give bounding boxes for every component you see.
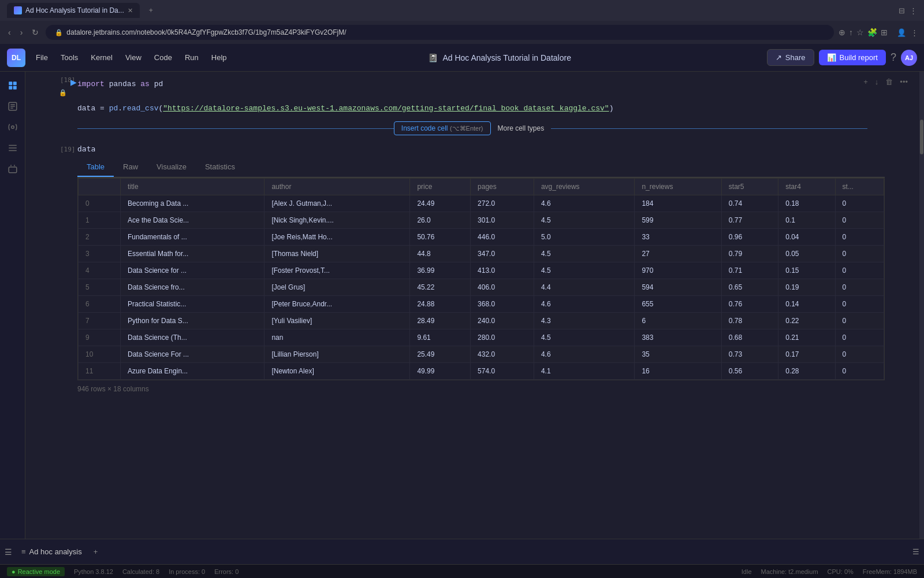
notebook-area: [18] ▶ + ↓ 🗑 ••• import pandas as pd dat…	[25, 72, 919, 539]
chrome-menu[interactable]: ⋮	[910, 6, 917, 15]
cell: [Joe Reis,Matt Ho...	[264, 229, 410, 246]
bottom-menu-icon[interactable]: ☰	[5, 547, 12, 557]
sidebar-icon-layers[interactable]	[3, 76, 22, 95]
browser-chrome: Ad Hoc Analysis Tutorial in Da... ✕ + ⊟ …	[0, 0, 924, 21]
bottom-tab-adhoc[interactable]: ≡ Ad hoc analysis	[14, 544, 89, 560]
python-version: Python 3.8.12	[74, 568, 113, 575]
help-button[interactable]: ?	[891, 51, 896, 64]
in-process-count: In process: 0	[169, 568, 205, 575]
sidebar-toggle-icon[interactable]: ⊞	[881, 28, 888, 37]
cell: 0.22	[778, 313, 835, 329]
menu-code[interactable]: Code	[148, 50, 178, 65]
cell: 0	[835, 212, 884, 229]
row-index: 7	[79, 313, 121, 329]
active-tab[interactable]: Ad Hoc Analysis Tutorial in Da... ✕	[7, 3, 140, 18]
col-index	[79, 179, 121, 195]
bottom-bar: ☰ ≡ Ad hoc analysis + ☰	[0, 539, 924, 564]
cell: Ace the Data Scie...	[121, 212, 264, 229]
table-row: 0Becoming a Data ...[Alex J. Gutman,J...…	[79, 195, 884, 212]
cell: 0	[835, 329, 884, 346]
build-report-button[interactable]: 📊 Build report	[819, 50, 886, 65]
tab-raw[interactable]: Raw	[114, 158, 147, 177]
tab-title: Ad Hoc Analysis Tutorial in Da...	[25, 6, 124, 14]
row-index: 11	[79, 363, 121, 380]
cell: 4.6	[534, 195, 635, 212]
profile-icon[interactable]: 👤	[897, 28, 906, 37]
cell: 413.0	[471, 262, 534, 279]
sidebar-icon-plugin[interactable]	[3, 118, 22, 136]
cell: 25.49	[410, 346, 471, 363]
insert-below-icon[interactable]: ↓	[873, 76, 881, 87]
sidebar-icon-variable[interactable]	[3, 160, 22, 178]
sidebar-icon-list[interactable]	[3, 139, 22, 157]
chrome-minimize[interactable]: ⊟	[899, 6, 905, 15]
free-mem: FreeMem: 1894MB	[863, 568, 917, 575]
data-table-container: title author price pages avg_reviews n_r…	[77, 177, 885, 380]
app-header: DL File Tools Kernel View Code Run Help …	[0, 44, 924, 72]
cell-lock-icon: 🔒	[59, 89, 67, 97]
svg-rect-2	[9, 86, 12, 90]
more-cell-types-button[interactable]: More cell types	[491, 122, 552, 135]
cell: 0.76	[721, 296, 778, 313]
zoom-icon[interactable]: ⊕	[839, 28, 845, 37]
run-button-18[interactable]: ▶	[70, 77, 77, 87]
scrollbar[interactable]	[919, 72, 924, 539]
cell: 45.22	[410, 279, 471, 296]
header-actions: ↗ Share 📊 Build report ? AJ	[767, 49, 917, 66]
tab-table[interactable]: Table	[77, 158, 114, 177]
row-index: 2	[79, 229, 121, 246]
cpu-usage: CPU: 0%	[828, 568, 854, 575]
menu-kernel[interactable]: Kernel	[85, 50, 118, 65]
add-cell-icon[interactable]: +	[861, 76, 870, 87]
cell: 4.1	[534, 363, 635, 380]
cell: 432.0	[471, 346, 534, 363]
cell: 0.77	[721, 212, 778, 229]
row-index: 9	[79, 329, 121, 346]
reload-button[interactable]: ↻	[29, 25, 41, 39]
insert-code-cell-button[interactable]: Insert code cell (⌥⌘Enter)	[394, 121, 491, 135]
cell: 24.49	[410, 195, 471, 212]
cell: 36.99	[410, 262, 471, 279]
cell: 9.61	[410, 329, 471, 346]
menu-help[interactable]: Help	[206, 50, 233, 65]
sidebar-icon-notes[interactable]	[3, 97, 22, 116]
extension-icon[interactable]: 🧩	[867, 28, 877, 37]
insert-line-right	[551, 128, 867, 129]
tab-visualize[interactable]: Visualize	[147, 158, 196, 177]
cell: 594	[635, 279, 721, 296]
col-title: title	[121, 179, 264, 195]
bookmark-icon[interactable]: ☆	[856, 28, 864, 37]
scrollbar-thumb[interactable]	[920, 120, 923, 154]
col-n-reviews: n_reviews	[635, 179, 721, 195]
col-star5: star5	[721, 179, 778, 195]
svg-rect-0	[9, 81, 12, 85]
cell: Azure Data Engin...	[121, 363, 264, 380]
table-row: 2Fundamentals of ...[Joe Reis,Matt Ho...…	[79, 229, 884, 246]
tab-statistics[interactable]: Statistics	[196, 158, 244, 177]
share-button[interactable]: ↗ Share	[767, 49, 814, 66]
user-avatar[interactable]: AJ	[901, 50, 917, 66]
table-row: 9Data Science (Th...nan9.61280.04.53830.…	[79, 329, 884, 346]
bottom-right-menu[interactable]: ☰	[912, 547, 919, 556]
cell: [Alex J. Gutman,J...	[264, 195, 410, 212]
cell: 0	[835, 246, 884, 262]
cell-more-icon[interactable]: •••	[897, 76, 910, 87]
col-pages: pages	[471, 179, 534, 195]
forward-button[interactable]: ›	[18, 25, 25, 39]
url-bar[interactable]: 🔒 datalore.jetbrains.com/notebook/0k5R4A…	[46, 25, 834, 40]
chrome-dots[interactable]: ⋮	[911, 28, 918, 37]
back-button[interactable]: ‹	[6, 25, 13, 39]
share-page-icon[interactable]: ↑	[849, 28, 853, 37]
tab-close-icon[interactable]: ✕	[128, 7, 133, 14]
menu-file[interactable]: File	[30, 50, 54, 65]
delete-cell-icon[interactable]: 🗑	[883, 76, 895, 87]
menu-view[interactable]: View	[120, 50, 147, 65]
cell: 0	[835, 346, 884, 363]
cell: [Foster Provost,T...	[264, 262, 410, 279]
menu-run[interactable]: Run	[179, 50, 204, 65]
new-tab-button[interactable]: +	[142, 3, 160, 18]
svg-rect-3	[13, 86, 16, 90]
menu-tools[interactable]: Tools	[55, 50, 84, 65]
add-tab-button[interactable]: +	[89, 545, 103, 558]
cell: 4.3	[534, 313, 635, 329]
